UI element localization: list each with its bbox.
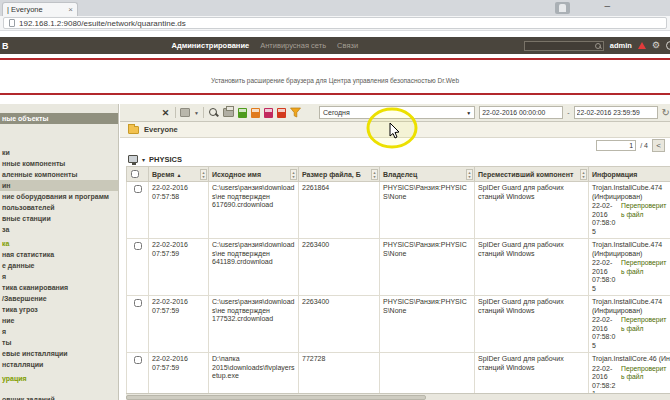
search-input[interactable] <box>524 41 604 51</box>
sidebar-item[interactable]: нные компоненты <box>0 158 118 169</box>
screen: | Everyone × – 192.168.1.2:9080/esuite/n… <box>0 0 670 400</box>
column-label: Размер файла, Б <box>302 171 361 178</box>
recheck-file-link[interactable]: Перепроверить файл <box>621 259 667 293</box>
date-to-input[interactable] <box>574 106 658 119</box>
sidebar-section-header: урация <box>0 373 118 384</box>
sort-spinner-icon[interactable]: ▴▾ <box>200 169 207 180</box>
minimize-button[interactable]: – <box>604 0 610 11</box>
column-header[interactable]: Владелец▴▾ <box>380 167 475 182</box>
threat-name: Trojan.InstallCube.474 <box>592 241 670 250</box>
sidebar-section-header: ные объекты <box>0 113 118 124</box>
sort-spinner-icon[interactable]: ▴▾ <box>290 169 297 180</box>
breadcrumb-label[interactable]: Everyone <box>144 125 178 134</box>
column-header[interactable]: Информация▴▾ <box>589 167 670 182</box>
alert-triangle-icon[interactable] <box>638 42 646 49</box>
row-checkbox[interactable] <box>134 356 142 364</box>
sidebar-item[interactable]: евые инсталляции <box>0 348 118 359</box>
address-input[interactable]: 192.168.1.2:9080/esuite/network/quaranti… <box>3 17 667 29</box>
app-header: В АдминистрированиеАнтивирусная сетьСвяз… <box>0 37 670 54</box>
power-icon[interactable] <box>666 41 670 50</box>
main-nav: АдминистрированиеАнтивирусная сетьСвязи <box>172 41 359 50</box>
row-checkbox[interactable] <box>134 242 142 250</box>
sidebar-item[interactable]: тика угроз <box>0 304 118 315</box>
export-html-icon[interactable] <box>251 108 260 118</box>
sidebar-section-header: ка <box>0 238 118 249</box>
rescan-icon[interactable] <box>208 107 219 118</box>
sidebar-item[interactable]: ние <box>0 315 118 326</box>
time-cell: 22-02-2016 07:57:59 <box>149 296 209 353</box>
time-cell: 22-02-2016 07:57:59 <box>149 353 209 394</box>
sidebar-item[interactable]: тика сканирования <box>0 282 118 293</box>
recheck-file-link[interactable]: Перепроверить файл <box>621 202 667 236</box>
row-checkbox[interactable] <box>134 185 142 193</box>
nav-item-Администрирование[interactable]: Администрирование <box>172 41 250 50</box>
row-checkbox[interactable] <box>134 299 142 307</box>
component-cell: SpIDer Guard для рабочих станций Windows <box>475 296 589 353</box>
sidebar-item[interactable]: ная статистика <box>0 249 118 260</box>
page-number-input[interactable] <box>596 140 636 151</box>
export-csv-icon[interactable] <box>238 108 247 118</box>
scrollbar-thumb[interactable] <box>126 395 426 400</box>
collapse-caret-icon[interactable]: ▾ <box>142 156 145 163</box>
recheck-file-link[interactable]: Перепроверить файл <box>621 365 667 394</box>
filter-icon[interactable] <box>290 107 301 118</box>
sort-spinner-icon[interactable]: ▴▾ <box>371 169 378 180</box>
sort-spinner-icon[interactable]: ▴▾ <box>466 169 473 180</box>
export-xml-icon[interactable] <box>264 108 273 118</box>
sidebar-item[interactable]: /Завершение <box>0 293 118 304</box>
toolbar-separator <box>175 107 176 118</box>
date-from-input[interactable] <box>479 106 563 119</box>
prev-page-button[interactable]: < <box>652 139 665 152</box>
nav-item-Антивирусная сеть[interactable]: Антивирусная сеть <box>260 41 326 50</box>
recheck-file-link[interactable]: Перепроверить файл <box>621 316 667 350</box>
threat-status: (Инфицирован) <box>592 250 670 259</box>
sidebar-item[interactable]: ки <box>0 147 118 158</box>
component-cell: SpIDer Guard для рабочих станций Windows <box>475 239 589 296</box>
sidebar-item[interactable]: ты <box>0 337 118 348</box>
sidebar-item[interactable]: ин <box>0 180 118 191</box>
sidebar-item[interactable]: нсталляции <box>0 359 118 370</box>
sort-spinner-icon[interactable]: ▴▾ <box>580 169 587 180</box>
column-header[interactable]: Размер файла, Б▴▾ <box>299 167 380 182</box>
sidebar-item[interactable]: я <box>0 271 118 282</box>
export-pdf-icon[interactable] <box>277 108 286 118</box>
chevron-down-icon: ▼ <box>466 110 471 116</box>
sidebar-item[interactable]: ние оборудования и программ <box>0 191 118 202</box>
sidebar-item[interactable]: овщик заданий <box>0 394 118 400</box>
print-icon[interactable] <box>223 108 234 117</box>
restore-icon[interactable] <box>180 108 190 117</box>
dropdown-caret-icon[interactable]: ▼ <box>194 110 199 116</box>
sidebar-item[interactable]: за <box>0 224 118 235</box>
sidebar-item[interactable]: пользователей <box>0 202 118 213</box>
column-label: Информация <box>592 171 637 178</box>
column-label: Исходное имя <box>212 171 261 178</box>
info-date: 22-02-2016 07:58:21 <box>592 365 618 394</box>
select-all-checkbox[interactable] <box>131 170 139 178</box>
close-icon[interactable]: × <box>68 6 73 14</box>
browser-tab[interactable]: | Everyone × <box>2 2 78 16</box>
sidebar-item[interactable]: аленные компоненты <box>0 169 118 180</box>
refresh-icon[interactable]: ↻ <box>662 108 670 118</box>
station-group-header[interactable]: ▾ PHYSICS <box>120 152 670 166</box>
plugin-banner-text[interactable]: Установить расширение браузера для Центр… <box>211 77 459 84</box>
owner-cell <box>380 353 475 394</box>
owner-cell: PHYSICS\Ранзия:PHYSICS\None <box>380 239 475 296</box>
gear-icon[interactable]: ⚙ <box>652 41 660 50</box>
period-select[interactable]: Сегодня ▼ <box>319 106 475 119</box>
user-menu[interactable]: admin <box>610 41 632 50</box>
horizontal-scrollbar[interactable] <box>126 393 670 400</box>
sidebar-item[interactable]: я <box>0 326 118 337</box>
table-row: 22-02-2016 07:57:59C:\users\ранзия\downl… <box>127 239 670 296</box>
nav-item-Связи[interactable]: Связи <box>337 41 358 50</box>
delete-objects-icon[interactable]: ✕ <box>160 108 171 118</box>
profile-icon[interactable] <box>555 2 570 14</box>
owner-cell: PHYSICS\Ранзия:PHYSICS\None <box>380 182 475 239</box>
drweb-logo: В <box>2 41 9 51</box>
sidebar-item[interactable]: вные станции <box>0 213 118 224</box>
page-icon <box>9 19 15 27</box>
column-header[interactable]: Исходное имя▴▾ <box>209 167 299 182</box>
table-row: 22-02-2016 07:57:59C:\users\ранзия\downl… <box>127 296 670 353</box>
column-header[interactable]: Время▲▴▾ <box>149 167 209 182</box>
sidebar-item[interactable]: е данные <box>0 260 118 271</box>
column-header[interactable]: Переместивший компонент▴▾ <box>475 167 589 182</box>
